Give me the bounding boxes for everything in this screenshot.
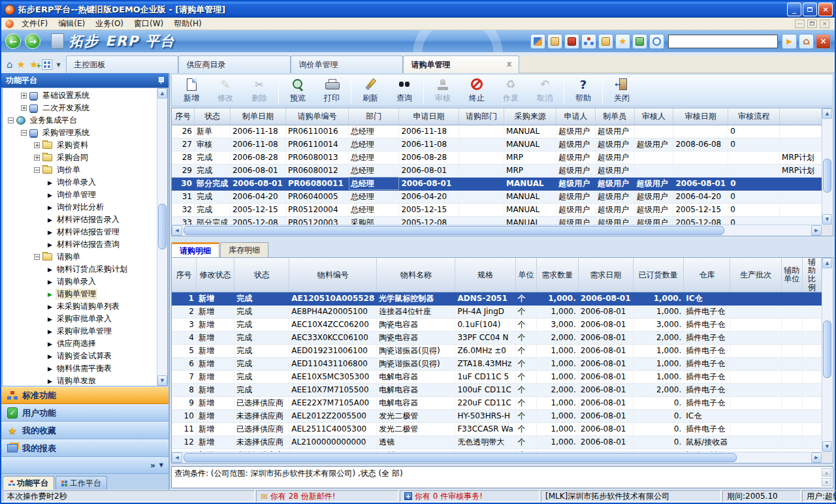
cell[interactable]: 0 (728, 138, 780, 151)
cell[interactable]: 超级用户 (595, 177, 634, 190)
cell[interactable] (730, 292, 781, 306)
cell[interactable] (634, 151, 673, 164)
cell[interactable] (673, 151, 728, 164)
cell[interactable]: 超级用户 (556, 125, 596, 138)
cell[interactable] (634, 164, 673, 177)
cell[interactable]: 1,000. (633, 371, 684, 384)
cell[interactable]: 29 (172, 164, 194, 177)
table-row[interactable]: 3新增完成AEC10X4ZCC06200陶瓷电容器0.1uF(104)个3,00… (172, 319, 822, 332)
cell[interactable]: 新增 (196, 332, 234, 345)
add-favorite-icon[interactable]: ★ (29, 59, 38, 70)
refresh-button[interactable]: 刷新 (353, 76, 387, 104)
scroll-up-icon[interactable]: ▲ (822, 108, 832, 119)
cell[interactable]: 超级用户 (595, 164, 634, 177)
column-header[interactable]: 序号 (172, 108, 194, 125)
table-row[interactable]: 30部分完成2006-08-01PR06080011总经理2006-08-01M… (172, 177, 822, 190)
accordion-item[interactable]: 我的报表 (1, 439, 169, 457)
cell[interactable]: 电解电容器 (377, 397, 455, 410)
cell[interactable]: 插件电子仓 (684, 384, 730, 397)
table-row[interactable]: 4新增完成AEC33X0KCC06100陶瓷电容器33PF CC04 N个2,0… (172, 332, 822, 345)
expand-icon[interactable]: + (21, 93, 27, 99)
cell[interactable] (802, 397, 821, 410)
cell[interactable]: 1,000. (633, 358, 684, 371)
cell[interactable]: 部分完成 (194, 177, 230, 190)
cell[interactable]: 超级用户 (634, 190, 673, 203)
cell[interactable]: 完成 (234, 306, 289, 319)
table-row[interactable]: 33部分完成2005-12-08PR05120003采购部2005-12-08M… (172, 216, 822, 225)
table-row[interactable]: 1新增完成AE120510A005528光学鼠标控制器ADNS-2051个1,0… (172, 292, 822, 306)
tree-item[interactable]: +采购合同 (4, 151, 155, 164)
tree-item[interactable]: +采购资料 (4, 139, 155, 151)
status-mail[interactable]: ✉你有 28 份新邮件! (256, 490, 398, 502)
cell[interactable] (781, 332, 802, 345)
tree-item[interactable]: −请购单 (4, 251, 155, 263)
collapse-icon[interactable]: − (8, 118, 14, 123)
cell[interactable] (780, 203, 822, 216)
mdi-restore-button[interactable] (807, 20, 817, 28)
cell[interactable]: MRP (504, 164, 556, 177)
cell[interactable]: 超级用户 (595, 203, 634, 216)
cell[interactable]: PR06040005 (285, 190, 348, 203)
table-row[interactable]: 27审核2006-11-08PR06110014总经理2006-11-08MAN… (172, 138, 822, 151)
cell[interactable]: 总经理 (349, 164, 399, 177)
cell[interactable] (730, 410, 781, 423)
cell[interactable]: 总经理 (349, 125, 399, 138)
cell[interactable]: 0. (633, 397, 684, 410)
cell[interactable]: AEE10X7M7105500 (289, 384, 377, 397)
cell[interactable]: 总经理 (349, 177, 399, 190)
cell[interactable]: 0 (728, 177, 780, 190)
contacts-icon[interactable] (632, 34, 647, 49)
accordion-overflow-bar[interactable]: »▼ (1, 457, 169, 474)
tree-item[interactable]: +基础设置系统 (4, 89, 155, 102)
mdi-close-button[interactable]: × (820, 20, 829, 28)
cell[interactable]: PR06080011 (285, 177, 348, 190)
table-row[interactable]: 6新增完成AED110431106800陶瓷谐振器(贝得)ZTA18.43MHz… (172, 358, 822, 371)
cell[interactable] (730, 423, 781, 436)
cell[interactable]: 1,000. (633, 345, 684, 358)
cell[interactable] (458, 177, 504, 190)
tree-item[interactable]: ▶询价单录入 (4, 176, 155, 189)
scroll-thumb[interactable] (158, 204, 167, 249)
cell[interactable]: 100uF CD11C (455, 384, 515, 397)
cell[interactable]: 1,000. (536, 371, 578, 384)
favorites-icon[interactable]: ★ (17, 59, 25, 70)
cell[interactable] (802, 332, 821, 345)
cell[interactable]: 3,000. (536, 319, 578, 332)
cell[interactable]: 已选择供应商 (234, 397, 289, 410)
notebook-icon[interactable] (564, 34, 579, 49)
cell[interactable]: AEE22X7M7105A00 (289, 397, 377, 410)
close-window-button[interactable]: × (818, 3, 833, 16)
clock-icon[interactable] (649, 34, 664, 49)
star-badge-icon[interactable]: ★ (615, 34, 630, 49)
cell[interactable]: 1,000. (536, 436, 578, 449)
cell[interactable]: 2008-06-08 (673, 138, 728, 151)
cell[interactable]: 总经理 (349, 190, 399, 203)
new-button[interactable]: 新增 (174, 76, 208, 104)
column-header[interactable]: 审核人 (634, 108, 673, 125)
cell[interactable]: 超级用户 (634, 177, 673, 190)
cell[interactable]: 2006-08-01 (578, 371, 633, 384)
sidebar-tab[interactable]: 工作平台 (56, 476, 107, 490)
tab-inventory-detail[interactable]: 库存明细 (220, 242, 268, 257)
column-header[interactable]: 单位 (515, 258, 536, 292)
cell[interactable]: 超级用户 (634, 216, 673, 225)
cell[interactable]: 已选择供应商 (234, 423, 289, 436)
help-button[interactable]: 帮助 (566, 76, 600, 104)
home-tab-icon[interactable]: ⌂ (7, 59, 13, 70)
cell[interactable] (781, 371, 802, 384)
cell[interactable]: 超级用户 (556, 203, 596, 216)
terminate-button[interactable]: 终止 (460, 76, 494, 104)
cell[interactable]: 新增 (196, 410, 234, 423)
cell[interactable]: 30 (172, 177, 194, 190)
cell[interactable]: IC仓 (684, 410, 730, 423)
cell[interactable]: 个 (515, 436, 536, 449)
column-header[interactable]: 申请人 (556, 108, 596, 125)
cell[interactable]: 陶瓷电容器 (377, 332, 455, 345)
cell[interactable] (728, 164, 780, 177)
detail-hscrollbar[interactable]: ◀ ▶ (172, 452, 822, 463)
cell[interactable]: 新增 (196, 358, 234, 371)
cell[interactable] (780, 138, 822, 151)
cell[interactable]: 超级用户 (556, 138, 596, 151)
cell[interactable]: 10 (172, 410, 196, 423)
cell[interactable]: MANUAL (504, 177, 556, 190)
